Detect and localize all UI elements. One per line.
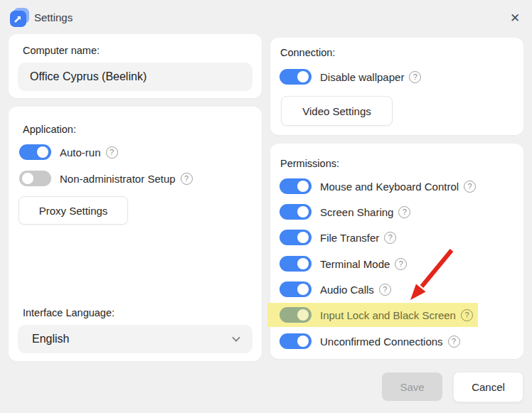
- help-icon[interactable]: ?: [106, 146, 118, 159]
- file-transfer-toggle[interactable]: [280, 230, 312, 245]
- computer-name-input[interactable]: Office Cyprus (Beelink): [18, 63, 252, 91]
- non-admin-setup-toggle[interactable]: [19, 171, 51, 186]
- permissions-label: Permissions:: [280, 158, 339, 169]
- application-card: Application: Auto-run ? Non-administrato…: [9, 107, 262, 361]
- connection-label: Connection:: [280, 47, 335, 58]
- permission-row-file-transfer: File Transfer ?: [280, 230, 396, 245]
- interface-language-label: Interface Language:: [23, 307, 115, 318]
- help-icon[interactable]: ?: [464, 181, 476, 193]
- annotation-arrow-icon: [398, 242, 469, 309]
- input-lock-toggle[interactable]: [280, 307, 312, 323]
- computer-name-card: Computer name: Office Cyprus (Beelink): [9, 34, 262, 98]
- permission-row-mouse-keyboard: Mouse and Keyboard Control ?: [280, 178, 476, 194]
- language-value: English: [32, 333, 69, 345]
- help-icon[interactable]: ?: [181, 173, 193, 185]
- proxy-settings-button[interactable]: Proxy Settings: [18, 196, 128, 225]
- unconfirmed-connections-toggle[interactable]: [280, 333, 312, 349]
- permission-label: Unconfirmed Connections: [320, 336, 443, 348]
- help-icon[interactable]: ?: [409, 71, 421, 83]
- permission-label: Audio Calls: [320, 284, 374, 296]
- connection-card: Connection: Disable wallpaper ? Video Se…: [270, 38, 523, 135]
- window-title: Settings: [34, 11, 73, 23]
- computer-name-value: Office Cyprus (Beelink): [30, 70, 147, 83]
- auto-run-row: Auto-run ?: [19, 144, 118, 160]
- permission-label: Mouse and Keyboard Control: [320, 181, 459, 193]
- app-logo-icon: [10, 8, 29, 27]
- non-admin-setup-label: Non-administrator Setup: [60, 173, 176, 185]
- permission-label: File Transfer: [320, 232, 379, 244]
- permission-row-screen-sharing: Screen Sharing ?: [280, 204, 410, 220]
- disable-wallpaper-label: Disable wallpaper: [320, 71, 404, 83]
- mouse-keyboard-toggle[interactable]: [280, 178, 312, 194]
- auto-run-label: Auto-run: [60, 146, 101, 159]
- save-button[interactable]: Save: [382, 372, 442, 401]
- permission-label: Screen Sharing: [320, 206, 393, 218]
- application-label: Application:: [23, 124, 76, 135]
- video-settings-button[interactable]: Video Settings: [281, 96, 393, 126]
- help-icon[interactable]: ?: [379, 284, 391, 296]
- close-icon[interactable]: ✕: [507, 10, 523, 26]
- auto-run-toggle[interactable]: [19, 144, 51, 160]
- terminal-mode-toggle[interactable]: [280, 256, 312, 272]
- screen-sharing-toggle[interactable]: [280, 204, 312, 220]
- language-dropdown[interactable]: English: [18, 325, 252, 353]
- non-admin-setup-row: Non-administrator Setup ?: [19, 171, 193, 186]
- permission-label: Terminal Mode: [320, 258, 390, 270]
- permission-row-unconfirmed-connections: Unconfirmed Connections ?: [280, 333, 460, 349]
- permission-row-terminal-mode: Terminal Mode ?: [280, 256, 407, 272]
- help-icon[interactable]: ?: [461, 309, 473, 321]
- help-icon[interactable]: ?: [398, 206, 410, 218]
- disable-wallpaper-row: Disable wallpaper ?: [280, 69, 421, 85]
- help-icon[interactable]: ?: [448, 336, 460, 348]
- permission-row-audio-calls: Audio Calls ?: [280, 281, 391, 297]
- audio-calls-toggle[interactable]: [280, 281, 312, 297]
- chevron-down-icon: [232, 333, 240, 341]
- permissions-card: Permissions: Mouse and Keyboard Control …: [270, 144, 523, 359]
- permission-label: Input Lock and Black Screen: [320, 309, 456, 321]
- cancel-button[interactable]: Cancel: [453, 372, 523, 402]
- titlebar: Settings ✕: [0, 0, 532, 34]
- permission-row-input-lock: Input Lock and Black Screen ?: [280, 307, 473, 323]
- computer-name-label: Computer name:: [23, 45, 100, 56]
- disable-wallpaper-toggle[interactable]: [280, 69, 312, 85]
- help-icon[interactable]: ?: [384, 232, 396, 244]
